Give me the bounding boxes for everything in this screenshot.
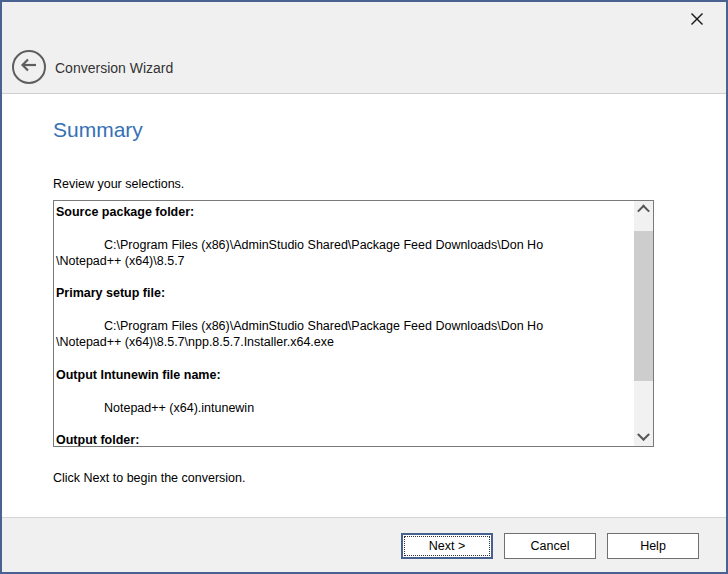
scroll-up-button[interactable] (634, 201, 653, 218)
summary-line (56, 416, 631, 432)
wizard-header: Conversion Wizard (2, 2, 726, 94)
instruction-text: Review your selections. (53, 177, 184, 191)
summary-line: Notepad++ (x64).intunewin (56, 400, 631, 416)
summary-line (56, 220, 631, 236)
button-bar: Next > Cancel Help (2, 517, 726, 572)
summary-line (56, 269, 631, 285)
cancel-button[interactable]: Cancel (504, 533, 596, 559)
back-button[interactable] (12, 50, 46, 84)
chevron-up-icon (637, 205, 650, 218)
scroll-down-button[interactable] (634, 429, 653, 446)
summary-line (56, 302, 631, 318)
conversion-wizard-dialog: Conversion Wizard Summary Review your se… (0, 0, 728, 574)
summary-line: C:\Program Files (x86)\AdminStudio Share… (56, 237, 631, 253)
vertical-scrollbar[interactable] (634, 201, 653, 446)
summary-line: Output Intunewin file name: (56, 367, 631, 383)
summary-line (56, 351, 631, 367)
wizard-title: Conversion Wizard (55, 60, 173, 76)
summary-line: \Notepad++ (x64)\8.5.7\npp.8.5.7.Install… (56, 334, 631, 350)
page-title: Summary (53, 118, 143, 142)
next-button[interactable]: Next > (401, 533, 493, 559)
summary-line: Source package folder: (56, 204, 631, 220)
scrollbar-thumb[interactable] (634, 231, 653, 381)
next-instruction-text: Click Next to begin the conversion. (53, 471, 245, 485)
summary-line: Output folder: (56, 432, 631, 446)
back-arrow-icon (17, 53, 41, 81)
summary-line: \Notepad++ (x64)\8.5.7 (56, 253, 631, 269)
close-button[interactable] (684, 8, 710, 34)
summary-textbox[interactable]: Source package folder: C:\Program Files … (53, 200, 654, 447)
chevron-down-icon (637, 428, 650, 441)
summary-line (56, 383, 631, 399)
close-icon (690, 12, 704, 30)
summary-text: Source package folder: C:\Program Files … (54, 201, 633, 446)
summary-line: Primary setup file: (56, 285, 631, 301)
summary-line: C:\Program Files (x86)\AdminStudio Share… (56, 318, 631, 334)
help-button[interactable]: Help (607, 533, 699, 559)
